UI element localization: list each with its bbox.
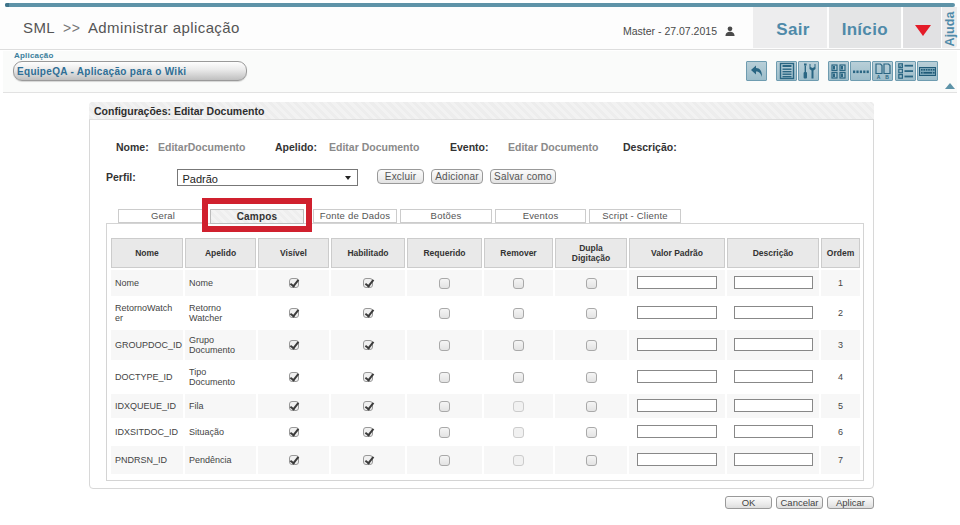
svg-text:A: A xyxy=(877,74,881,80)
svg-text:B: B xyxy=(885,74,889,80)
